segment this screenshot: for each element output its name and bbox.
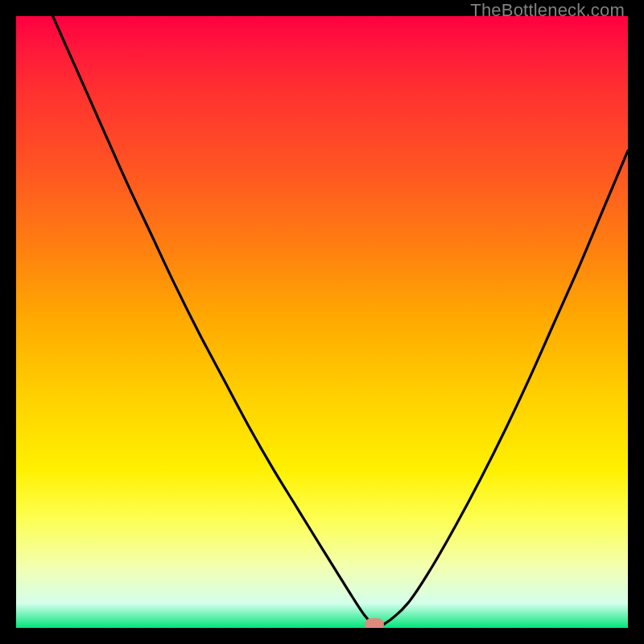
watermark-text: TheBottleneck.com	[470, 0, 625, 21]
optimal-point-marker	[365, 618, 384, 628]
curve-layer	[16, 16, 628, 628]
bottleneck-curve	[53, 16, 628, 627]
plot-area	[16, 16, 628, 628]
chart-frame: TheBottleneck.com	[0, 0, 644, 644]
